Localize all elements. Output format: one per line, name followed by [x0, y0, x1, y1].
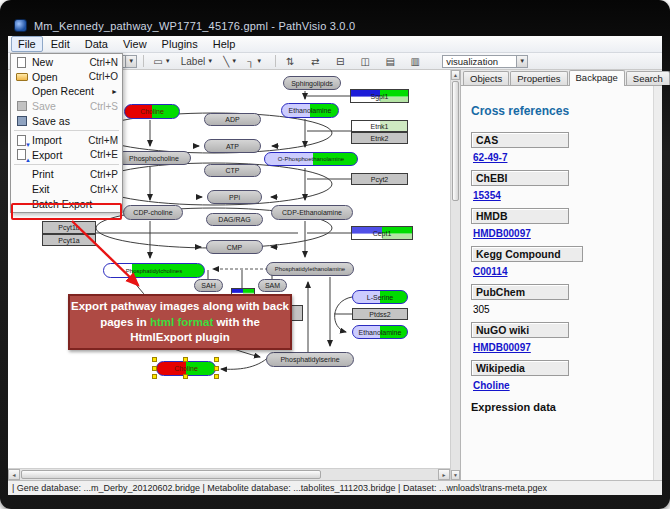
xref-section-pubchem: PubChem305 [471, 284, 662, 315]
selection-handle[interactable] [214, 357, 219, 362]
align-horizontal-icon[interactable]: ⇄ [307, 54, 323, 68]
xref-link[interactable]: Choline [473, 380, 662, 391]
xref-link[interactable]: HMDB00097 [473, 342, 662, 353]
node-label: CTP [226, 167, 240, 174]
file-menu-item-open[interactable]: OpenCtrl+O [11, 70, 122, 85]
node-phosphatidylethanolamine[interactable]: Phosphatidylethanolamine [266, 262, 354, 276]
node-phosphatidylserine[interactable]: Phosphatidylserine [266, 352, 354, 367]
chevron-down-icon[interactable]: ▼ [231, 58, 237, 64]
scrollbar-thumb[interactable] [452, 81, 459, 201]
chevron-down-icon[interactable]: ▼ [207, 58, 213, 64]
visualization-combobox[interactable]: visualization ▼ [442, 55, 528, 68]
tool-glyph: ▭ [153, 56, 162, 67]
panel-scrollbar[interactable] [653, 86, 662, 480]
node-adp[interactable]: ADP [204, 113, 261, 126]
node-label: DAG/RAG [218, 216, 250, 223]
xref-link[interactable]: 15354 [473, 190, 662, 201]
line-tool-icon[interactable]: ╲▼ [220, 54, 240, 68]
node-ethanolamine-bottom[interactable]: Ethanolamine [352, 325, 408, 339]
node-ptdss2[interactable]: Ptdss2 [352, 308, 408, 320]
node-cdp-ethanolamine[interactable]: CDP-Ethanolamine [271, 205, 353, 220]
file-menu-item-export[interactable]: ▲ExportCtrl+E [11, 148, 122, 163]
xref-link[interactable]: C00114 [473, 266, 662, 277]
file-menu-item-new[interactable]: NewCtrl+N [11, 55, 122, 70]
tab-backpage[interactable]: Backpage [569, 70, 625, 86]
node-label: Phosphocholine [129, 155, 179, 162]
horizontal-scrollbar[interactable]: ◄ ► [8, 468, 450, 480]
scrollbar-thumb[interactable] [21, 470, 321, 479]
stack-horizontal-icon[interactable]: ▥ [407, 54, 423, 68]
node-pcyt1b[interactable]: Pcyt1b [42, 221, 96, 234]
selection-handle[interactable] [214, 374, 219, 379]
menu-separator [14, 164, 119, 165]
tab-search[interactable]: Search [626, 71, 670, 85]
chevron-down-icon[interactable]: ▼ [256, 58, 262, 64]
selection-handle[interactable] [152, 357, 157, 362]
chevron-down-icon[interactable]: ▼ [516, 56, 527, 67]
scroll-right-icon[interactable]: ► [438, 469, 450, 480]
node-phosphocholine[interactable]: Phosphocholine [117, 151, 191, 165]
align-vertical-icon[interactable]: ⇅ [282, 54, 298, 68]
node-dag-rag[interactable]: DAG/RAG [206, 213, 263, 226]
file-menu-item-print[interactable]: PrintCtrl+P [11, 167, 122, 182]
stack-vertical-icon[interactable]: ▤ [382, 54, 398, 68]
node-pcyt2[interactable]: Pcyt2 [351, 173, 408, 185]
chevron-down-icon[interactable]: ▼ [165, 58, 171, 64]
node-ctp[interactable]: CTP [204, 164, 261, 177]
node-cmp[interactable]: CMP [206, 240, 263, 254]
label-tool[interactable]: Label▼ [178, 54, 216, 68]
distribute-horizontal-icon[interactable]: ◫ [357, 54, 373, 68]
node-sgpl1[interactable]: Sgpl1 [350, 89, 409, 103]
menu-item-shortcut: Ctrl+O [89, 71, 118, 82]
selection-handle[interactable] [214, 366, 219, 371]
node-atp[interactable]: ATP [204, 139, 261, 153]
xref-link[interactable]: 62-49-7 [473, 152, 662, 163]
node-sam[interactable]: SAM [258, 279, 287, 292]
selection-handle[interactable] [183, 374, 188, 379]
connector-tool-icon[interactable]: ┐▼ [244, 54, 265, 68]
node-sphingolipids[interactable]: Sphingolipids [283, 76, 341, 90]
menu-data[interactable]: Data [78, 36, 115, 52]
backpage-panel: Cross references CAS62-49-7ChEBI15354HMD… [461, 86, 662, 480]
datanode-tool-icon[interactable]: ▭▼ [150, 54, 173, 68]
node-etnk1[interactable]: Etnk1 [351, 120, 408, 132]
node-phosphatidylcholines[interactable]: Phosphatidylcholines [103, 263, 205, 278]
file-menu-item-import[interactable]: ▼ImportCtrl+M [11, 133, 122, 148]
node-ethanolamine-top[interactable]: Ethanolamine [281, 103, 339, 118]
toolbar-separator [143, 55, 144, 67]
title-bar[interactable]: Mm_Kennedy_pathway_WP1771_45176.gpml - P… [0, 0, 670, 36]
scroll-left-icon[interactable]: ◄ [8, 469, 20, 480]
node-sah[interactable]: SAH [194, 279, 223, 292]
node-o-phosphoethanolamine[interactable]: O-Phosphoethanolamine [264, 152, 358, 166]
file-menu-item-exit[interactable]: ExitCtrl+X [11, 182, 122, 197]
selection-handle[interactable] [152, 366, 157, 371]
tab-properties[interactable]: Properties [510, 71, 567, 85]
node-l-serine[interactable]: L-Serine [352, 290, 408, 304]
menu-edit[interactable]: Edit [44, 36, 77, 52]
selection-handle[interactable] [183, 357, 188, 362]
node-cdp-choline[interactable]: CDP-choline [123, 205, 183, 220]
file-menu-item-save-as[interactable]: Save as [11, 113, 122, 128]
node-ppi[interactable]: PPi [207, 190, 262, 204]
node-label: Ethanolamine [359, 329, 402, 336]
node-pcyt1a[interactable]: Pcyt1a [42, 234, 96, 246]
menu-file[interactable]: File [11, 36, 43, 52]
node-choline-top[interactable]: Choline [124, 104, 180, 119]
file-menu-item-open-recent[interactable]: Open Recent► [11, 84, 122, 99]
menu-plugins[interactable]: Plugins [155, 36, 205, 52]
xref-link[interactable]: HMDB00097 [473, 228, 662, 239]
node-label: Pcyt1b [58, 224, 79, 231]
distribute-vertical-icon[interactable]: ⊟ [332, 54, 348, 68]
selection-handle[interactable] [152, 374, 157, 379]
tab-objects[interactable]: Objects [463, 71, 509, 85]
chevron-down-icon[interactable]: ▼ [125, 56, 136, 67]
node-cept1[interactable]: Cept1 [351, 226, 413, 240]
scroll-down-icon[interactable]: ▼ [451, 470, 460, 480]
scroll-up-icon[interactable]: ▲ [451, 70, 460, 80]
menu-view[interactable]: View [116, 36, 154, 52]
vertical-scrollbar[interactable]: ▲ ▼ [450, 70, 460, 480]
cross-references-heading: Cross references [471, 104, 662, 118]
menu-help[interactable]: Help [206, 36, 243, 52]
node-etnk2[interactable]: Etnk2 [351, 132, 408, 144]
xref-section-kegg-compound: Kegg CompoundC00114 [471, 246, 662, 277]
